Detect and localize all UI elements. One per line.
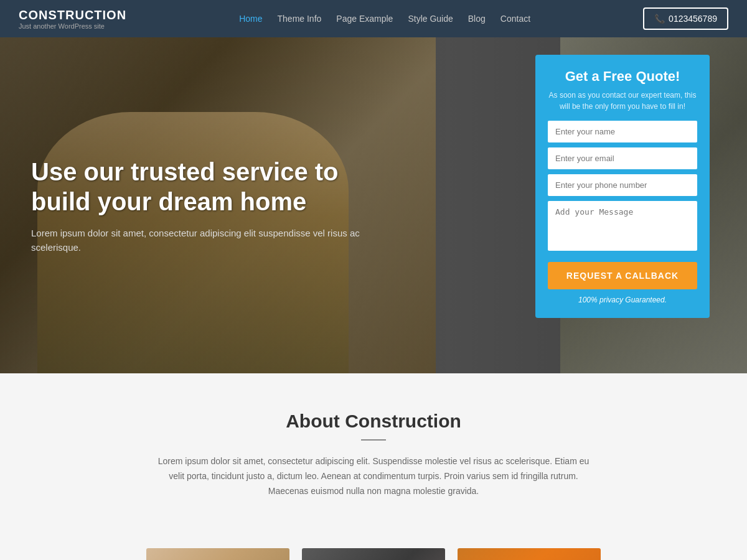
about-section: About Construction Lorem ipsum dolor sit… xyxy=(0,373,747,548)
card-image-3 xyxy=(458,548,601,560)
logo-subtitle: Just another WordPress site xyxy=(19,22,126,30)
about-divider xyxy=(361,439,386,441)
nav-blog[interactable]: Blog xyxy=(468,14,486,24)
phone-number: 0123456789 xyxy=(669,14,717,24)
nav-theme-info[interactable]: Theme Info xyxy=(278,14,322,24)
name-input[interactable] xyxy=(548,121,697,142)
quote-form-title: Get a Free Quote! xyxy=(548,68,697,85)
about-title: About Construction xyxy=(19,411,728,432)
cards-row xyxy=(0,548,747,560)
phone-button[interactable]: 📞 0123456789 xyxy=(643,7,728,30)
callback-button[interactable]: REQUEST A CALLBACK xyxy=(548,262,697,289)
hero-subtext: Lorem ipsum dolor sit amet, consectetur … xyxy=(31,226,380,254)
card-image-2 xyxy=(302,548,445,560)
site-header: CONSTRUCTION Just another WordPress site… xyxy=(0,0,747,37)
hero-section: Use our trusted service to build your dr… xyxy=(0,37,747,373)
nav-page-example[interactable]: Page Example xyxy=(336,14,393,24)
nav-home[interactable]: Home xyxy=(239,14,262,24)
about-text: Lorem ipsum dolor sit amet, consectetur … xyxy=(156,454,591,498)
nav-style-guide[interactable]: Style Guide xyxy=(408,14,453,24)
phone-icon: 📞 xyxy=(654,14,665,24)
logo-title: CONSTRUCTION xyxy=(19,8,126,22)
card-image-1 xyxy=(146,548,289,560)
phone-input[interactable] xyxy=(548,174,697,196)
nav-contact[interactable]: Contact xyxy=(500,14,530,24)
hero-content: Use our trusted service to build your dr… xyxy=(31,157,380,254)
logo: CONSTRUCTION Just another WordPress site xyxy=(19,8,126,30)
quote-form-description: As soon as you contact our expert team, … xyxy=(548,90,697,112)
quote-form: Get a Free Quote! As soon as you contact… xyxy=(535,55,710,318)
main-nav: Home Theme Info Page Example Style Guide… xyxy=(239,14,530,24)
message-input[interactable] xyxy=(548,201,697,251)
privacy-note: 100% privacy Guaranteed. xyxy=(548,296,697,304)
email-input[interactable] xyxy=(548,147,697,169)
hero-heading: Use our trusted service to build your dr… xyxy=(31,157,380,217)
